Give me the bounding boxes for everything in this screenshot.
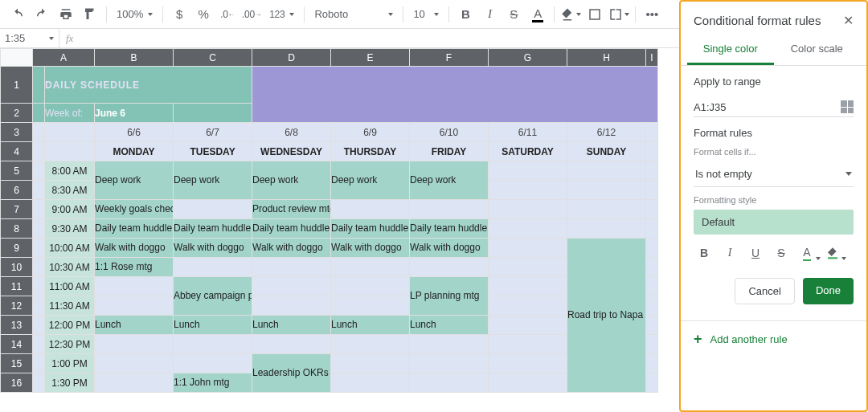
week-of-label: Week of:	[45, 104, 95, 123]
event-cell: Lunch	[331, 316, 410, 335]
time-cell: 12:00 PM	[45, 316, 95, 335]
column-header[interactable]: E	[331, 49, 410, 67]
fill-color-button[interactable]	[559, 3, 582, 26]
event-cell: Abbey campaign progress sync mtg	[174, 277, 252, 316]
date-cell: 6/7	[174, 123, 252, 142]
event-cell: Daily team huddle mtg	[410, 219, 489, 239]
event-cell: Deep work	[174, 161, 252, 200]
event-cell: 1:1 Rose mtg	[95, 258, 174, 277]
column-header[interactable]: G	[489, 49, 567, 67]
column-header[interactable]: F	[410, 49, 489, 67]
row-header[interactable]: 2	[1, 104, 33, 123]
format-rules-label: Format rules	[694, 127, 854, 139]
bold-button[interactable]: B	[454, 3, 477, 26]
font-size-dropdown[interactable]: 10	[408, 5, 444, 24]
format-percent-button[interactable]: %	[192, 3, 215, 26]
column-header[interactable]: B	[95, 49, 174, 67]
column-header[interactable]: D	[252, 49, 331, 67]
row-header[interactable]: 10	[1, 258, 33, 277]
close-icon[interactable]: ✕	[843, 13, 854, 28]
tab-color-scale[interactable]: Color scale	[774, 35, 861, 65]
date-cell: 6/8	[252, 123, 331, 142]
name-box[interactable]: 1:35	[0, 29, 59, 47]
panel-title: Conditional format rules	[694, 14, 821, 27]
spreadsheet-grid[interactable]: A B C D E F G H I J 1 DAILY SCHEDULE 2 W…	[0, 48, 679, 412]
column-header[interactable]: H	[567, 49, 646, 67]
row-header[interactable]: 14	[1, 335, 33, 354]
add-rule-label: Add another rule	[710, 333, 788, 345]
text-color-button[interactable]: A	[526, 3, 549, 26]
time-cell: 10:00 AM	[45, 239, 95, 258]
underline-button[interactable]: U	[745, 243, 766, 263]
style-preview[interactable]: Default	[694, 210, 854, 235]
decrease-decimal-button[interactable]: .0←	[216, 3, 239, 26]
row-header[interactable]: 7	[1, 200, 33, 219]
zoom-dropdown[interactable]: 100%	[112, 5, 158, 24]
redo-button[interactable]	[31, 3, 53, 26]
row-header[interactable]: 1	[1, 67, 33, 104]
font-dropdown[interactable]: Roboto	[309, 5, 398, 24]
time-cell: 11:00 AM	[45, 277, 95, 296]
event-cell: Lunch	[252, 316, 331, 335]
italic-button[interactable]: I	[478, 3, 501, 26]
select-all-corner[interactable]	[1, 49, 33, 67]
add-rule-button[interactable]: + Add another rule	[681, 320, 866, 357]
day-cell: TUESDAY	[174, 142, 252, 161]
event-cell: Walk with doggo	[331, 239, 410, 258]
range-input[interactable]: A1:J35	[694, 101, 726, 113]
event-cell: Deep work	[410, 161, 489, 200]
row-header[interactable]: 6	[1, 181, 33, 200]
time-cell: 8:30 AM	[45, 181, 95, 200]
borders-button[interactable]	[583, 3, 606, 26]
row-header[interactable]: 16	[1, 373, 33, 393]
condition-dropdown[interactable]: Is not empty	[694, 161, 854, 187]
row-header[interactable]: 12	[1, 296, 33, 316]
more-toolbar-button[interactable]: •••	[641, 3, 663, 26]
row-header[interactable]: 4	[1, 142, 33, 161]
more-formats-dropdown[interactable]: 123	[264, 5, 299, 24]
strikethrough-button[interactable]: S	[502, 3, 525, 26]
row-header[interactable]: 13	[1, 316, 33, 335]
strikethrough-button[interactable]: S	[771, 243, 792, 263]
row-header[interactable]: 9	[1, 239, 33, 258]
format-currency-button[interactable]: $	[168, 3, 190, 26]
date-cell: 6/10	[410, 123, 489, 142]
column-header[interactable]: C	[174, 49, 252, 67]
column-header[interactable]: I	[646, 49, 658, 67]
event-cell: Product review mtg	[252, 200, 331, 219]
schedule-title: DAILY SCHEDULE	[45, 67, 252, 104]
week-of-value: June 6	[95, 104, 174, 123]
date-cell: 6/11	[489, 123, 567, 142]
italic-button[interactable]: I	[719, 243, 740, 263]
fill-color-button[interactable]	[822, 243, 843, 263]
increase-decimal-button[interactable]: .00→	[240, 3, 263, 26]
row-header[interactable]: 11	[1, 277, 33, 296]
event-cell: Daily team huddle mtg	[252, 219, 331, 239]
svg-rect-0	[828, 257, 837, 259]
row-header[interactable]: 5	[1, 161, 33, 181]
select-range-icon[interactable]	[841, 100, 854, 113]
date-cell: 6/6	[95, 123, 174, 142]
column-header[interactable]: A	[33, 49, 95, 67]
done-button[interactable]: Done	[803, 278, 854, 304]
row-header[interactable]: 8	[1, 219, 33, 239]
bold-button[interactable]: B	[694, 243, 714, 263]
event-cell: Lunch	[174, 316, 252, 335]
event-cell: Leadership OKRs sync	[252, 354, 331, 393]
cancel-button[interactable]: Cancel	[735, 278, 794, 304]
event-cell: Deep work	[331, 161, 410, 200]
time-cell: 1:30 PM	[45, 373, 95, 393]
row-header[interactable]: 15	[1, 354, 33, 373]
row-header[interactable]: 3	[1, 123, 33, 142]
zoom-value: 100%	[117, 8, 143, 20]
paint-format-button[interactable]	[79, 3, 101, 26]
tab-single-color[interactable]: Single color	[687, 35, 774, 65]
column-header-row: A B C D E F G H I J	[1, 49, 658, 67]
print-button[interactable]	[55, 3, 77, 26]
event-cell: Daily team huddle mtg	[174, 219, 252, 239]
merge-cells-button[interactable]	[608, 3, 630, 26]
date-cell: 6/9	[331, 123, 410, 142]
text-color-button[interactable]: A	[796, 243, 817, 263]
undo-button[interactable]	[6, 3, 29, 26]
day-cell: SATURDAY	[489, 142, 567, 161]
